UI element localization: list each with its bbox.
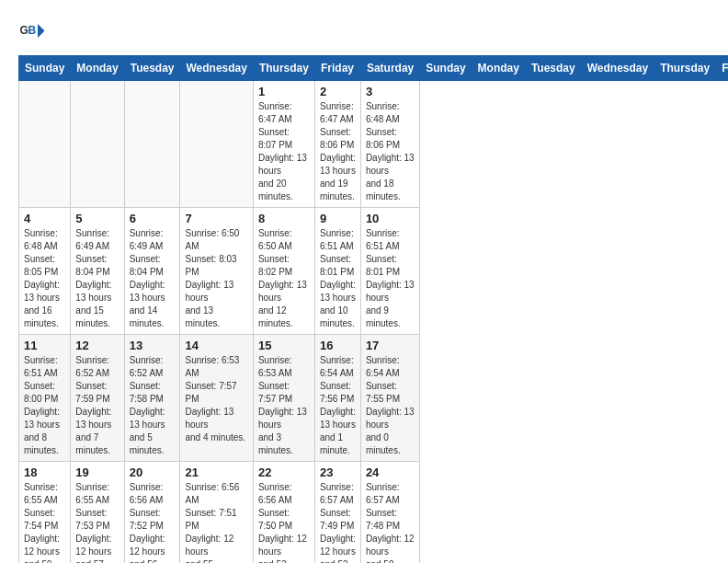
day-number: 12 xyxy=(75,339,119,352)
calendar-cell: 1Sunrise: 6:47 AMSunset: 8:07 PMDaylight… xyxy=(253,81,314,208)
calendar-cell: 14Sunrise: 6:53 AMSunset: 7:57 PMDayligh… xyxy=(180,335,253,462)
calendar-cell: 6Sunrise: 6:49 AMSunset: 8:04 PMDaylight… xyxy=(124,208,180,335)
day-number: 4 xyxy=(24,212,65,225)
calendar-cell: 23Sunrise: 6:57 AMSunset: 7:49 PMDayligh… xyxy=(314,462,360,564)
day-info: Sunrise: 6:49 AMSunset: 8:04 PMDaylight:… xyxy=(75,227,119,330)
day-info: Sunrise: 6:48 AMSunset: 8:05 PMDaylight:… xyxy=(24,227,65,330)
day-number: 10 xyxy=(366,212,415,225)
day-info: Sunrise: 6:51 AMSunset: 8:00 PMDaylight:… xyxy=(24,354,65,457)
calendar-cell: 18Sunrise: 6:55 AMSunset: 7:54 PMDayligh… xyxy=(19,462,71,564)
calendar-cell: 22Sunrise: 6:56 AMSunset: 7:50 PMDayligh… xyxy=(253,462,314,564)
day-info: Sunrise: 6:51 AMSunset: 8:01 PMDaylight:… xyxy=(320,227,356,330)
calendar-week-2: 4Sunrise: 6:48 AMSunset: 8:05 PMDaylight… xyxy=(19,208,729,335)
calendar-cell: 10Sunrise: 6:51 AMSunset: 8:01 PMDayligh… xyxy=(360,208,419,335)
day-info: Sunrise: 6:54 AMSunset: 7:55 PMDaylight:… xyxy=(366,354,415,457)
day-info: Sunrise: 6:50 AMSunset: 8:03 PMDaylight:… xyxy=(185,227,247,330)
svg-text:B: B xyxy=(28,24,37,37)
day-info: Sunrise: 6:55 AMSunset: 7:54 PMDaylight:… xyxy=(24,481,65,563)
day-number: 8 xyxy=(258,212,310,225)
calendar-cell: 17Sunrise: 6:54 AMSunset: 7:55 PMDayligh… xyxy=(360,335,419,462)
day-info: Sunrise: 6:52 AMSunset: 7:58 PMDaylight:… xyxy=(130,354,176,457)
day-number: 9 xyxy=(320,212,356,225)
day-info: Sunrise: 6:47 AMSunset: 8:07 PMDaylight:… xyxy=(258,100,310,203)
calendar-table: SundayMondayTuesdayWednesdayThursdayFrid… xyxy=(18,55,728,563)
calendar-cell: 12Sunrise: 6:52 AMSunset: 7:59 PMDayligh… xyxy=(71,335,124,462)
svg-marker-2 xyxy=(38,24,45,38)
day-info: Sunrise: 6:57 AMSunset: 7:48 PMDaylight:… xyxy=(366,481,415,563)
weekday-header-tuesday: Tuesday xyxy=(124,56,180,81)
calendar-cell: 21Sunrise: 6:56 AMSunset: 7:51 PMDayligh… xyxy=(180,462,253,564)
calendar-cell: 3Sunrise: 6:48 AMSunset: 8:06 PMDaylight… xyxy=(360,81,419,208)
calendar-cell xyxy=(71,81,124,208)
day-info: Sunrise: 6:49 AMSunset: 8:04 PMDaylight:… xyxy=(130,227,176,330)
day-number: 18 xyxy=(24,465,65,479)
day-info: Sunrise: 6:53 AMSunset: 7:57 PMDaylight:… xyxy=(185,354,247,444)
weekday-header-wednesday: Wednesday xyxy=(180,56,253,81)
weekday-header-sunday: Sunday xyxy=(420,56,472,81)
day-info: Sunrise: 6:54 AMSunset: 7:56 PMDaylight:… xyxy=(320,354,356,457)
logo-icon: G B xyxy=(18,18,46,46)
day-number: 5 xyxy=(75,212,119,225)
day-number: 23 xyxy=(320,465,356,479)
day-number: 16 xyxy=(320,339,356,352)
calendar-cell: 24Sunrise: 6:57 AMSunset: 7:48 PMDayligh… xyxy=(360,462,419,564)
day-number: 6 xyxy=(130,212,176,225)
calendar-cell: 16Sunrise: 6:54 AMSunset: 7:56 PMDayligh… xyxy=(314,335,360,462)
weekday-header-monday: Monday xyxy=(71,56,124,81)
day-number: 14 xyxy=(185,339,247,352)
day-info: Sunrise: 6:56 AMSunset: 7:51 PMDaylight:… xyxy=(185,481,247,563)
day-number: 1 xyxy=(258,85,310,98)
calendar-cell: 19Sunrise: 6:55 AMSunset: 7:53 PMDayligh… xyxy=(71,462,124,564)
day-number: 22 xyxy=(258,465,310,479)
day-info: Sunrise: 6:47 AMSunset: 8:06 PMDaylight:… xyxy=(320,100,356,203)
day-info: Sunrise: 6:50 AMSunset: 8:02 PMDaylight:… xyxy=(258,227,310,330)
svg-text:G: G xyxy=(20,24,28,37)
weekday-header-row: SundayMondayTuesdayWednesdayThursdayFrid… xyxy=(19,56,729,81)
day-info: Sunrise: 6:56 AMSunset: 7:52 PMDaylight:… xyxy=(130,481,176,563)
weekday-header-thursday: Thursday xyxy=(654,56,716,81)
calendar-cell xyxy=(19,81,71,208)
calendar-cell xyxy=(124,81,180,208)
weekday-header-saturday: Saturday xyxy=(360,56,419,81)
day-number: 17 xyxy=(366,339,415,352)
weekday-header-sunday: Sunday xyxy=(19,56,71,81)
day-info: Sunrise: 6:57 AMSunset: 7:49 PMDaylight:… xyxy=(320,481,356,563)
weekday-header-monday: Monday xyxy=(472,56,525,81)
calendar-cell: 4Sunrise: 6:48 AMSunset: 8:05 PMDaylight… xyxy=(19,208,71,335)
calendar-cell xyxy=(180,81,253,208)
day-info: Sunrise: 6:52 AMSunset: 7:59 PMDaylight:… xyxy=(75,354,119,457)
day-number: 2 xyxy=(320,85,356,98)
day-number: 20 xyxy=(130,465,176,479)
weekday-header-friday: Friday xyxy=(716,56,728,81)
day-number: 15 xyxy=(258,339,310,352)
weekday-header-friday: Friday xyxy=(314,56,360,81)
day-info: Sunrise: 6:48 AMSunset: 8:06 PMDaylight:… xyxy=(366,100,415,203)
day-number: 21 xyxy=(185,465,247,479)
calendar-cell: 13Sunrise: 6:52 AMSunset: 7:58 PMDayligh… xyxy=(124,335,180,462)
calendar-week-3: 11Sunrise: 6:51 AMSunset: 8:00 PMDayligh… xyxy=(19,335,729,462)
day-number: 19 xyxy=(75,465,119,479)
page-header: G B xyxy=(18,18,710,46)
calendar-cell: 20Sunrise: 6:56 AMSunset: 7:52 PMDayligh… xyxy=(124,462,180,564)
calendar-cell: 2Sunrise: 6:47 AMSunset: 8:06 PMDaylight… xyxy=(314,81,360,208)
calendar-week-4: 18Sunrise: 6:55 AMSunset: 7:54 PMDayligh… xyxy=(19,462,729,564)
calendar-cell: 15Sunrise: 6:53 AMSunset: 7:57 PMDayligh… xyxy=(253,335,314,462)
calendar-week-1: 1Sunrise: 6:47 AMSunset: 8:07 PMDaylight… xyxy=(19,81,729,208)
calendar-cell: 5Sunrise: 6:49 AMSunset: 8:04 PMDaylight… xyxy=(71,208,124,335)
day-info: Sunrise: 6:56 AMSunset: 7:50 PMDaylight:… xyxy=(258,481,310,563)
day-info: Sunrise: 6:53 AMSunset: 7:57 PMDaylight:… xyxy=(258,354,310,457)
weekday-header-tuesday: Tuesday xyxy=(525,56,581,81)
weekday-header-wednesday: Wednesday xyxy=(581,56,654,81)
day-number: 24 xyxy=(366,465,415,479)
day-info: Sunrise: 6:51 AMSunset: 8:01 PMDaylight:… xyxy=(366,227,415,330)
calendar-cell: 9Sunrise: 6:51 AMSunset: 8:01 PMDaylight… xyxy=(314,208,360,335)
day-number: 11 xyxy=(24,339,65,352)
day-number: 3 xyxy=(366,85,415,98)
day-info: Sunrise: 6:55 AMSunset: 7:53 PMDaylight:… xyxy=(75,481,119,563)
weekday-header-thursday: Thursday xyxy=(253,56,314,81)
calendar-cell: 8Sunrise: 6:50 AMSunset: 8:02 PMDaylight… xyxy=(253,208,314,335)
day-number: 7 xyxy=(185,212,247,225)
day-number: 13 xyxy=(130,339,176,352)
calendar-cell: 11Sunrise: 6:51 AMSunset: 8:00 PMDayligh… xyxy=(19,335,71,462)
calendar-cell: 7Sunrise: 6:50 AMSunset: 8:03 PMDaylight… xyxy=(180,208,253,335)
